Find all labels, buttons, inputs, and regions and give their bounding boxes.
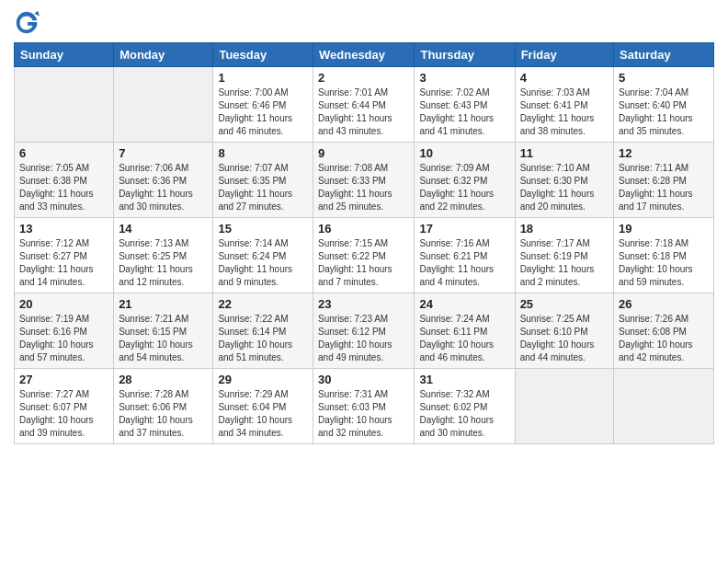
calendar-cell: 10Sunrise: 7:09 AMSunset: 6:32 PMDayligh… — [415, 143, 515, 218]
calendar-body: 1Sunrise: 7:00 AMSunset: 6:46 PMDaylight… — [15, 67, 714, 444]
header-saturday: Saturday — [614, 43, 714, 67]
day-number: 3 — [419, 71, 509, 85]
day-number: 21 — [119, 297, 208, 311]
day-number: 4 — [520, 71, 609, 85]
week-row-2: 6Sunrise: 7:05 AMSunset: 6:38 PMDaylight… — [15, 143, 714, 218]
calendar-cell: 20Sunrise: 7:19 AMSunset: 6:16 PMDayligh… — [15, 293, 114, 369]
calendar-cell: 11Sunrise: 7:10 AMSunset: 6:30 PMDayligh… — [515, 143, 613, 218]
calendar-cell — [114, 67, 213, 143]
day-info: Sunrise: 7:27 AMSunset: 6:07 PMDaylight:… — [19, 388, 108, 440]
day-number: 17 — [419, 222, 509, 236]
day-info: Sunrise: 7:08 AMSunset: 6:33 PMDaylight:… — [318, 162, 409, 213]
calendar-cell: 21Sunrise: 7:21 AMSunset: 6:15 PMDayligh… — [114, 293, 213, 369]
day-number: 25 — [520, 297, 609, 311]
day-info: Sunrise: 7:28 AMSunset: 6:06 PMDaylight:… — [119, 388, 208, 440]
calendar-table: SundayMondayTuesdayWednesdayThursdayFrid… — [14, 42, 714, 444]
week-row-4: 20Sunrise: 7:19 AMSunset: 6:16 PMDayligh… — [15, 293, 714, 369]
day-info: Sunrise: 7:09 AMSunset: 6:32 PMDaylight:… — [419, 162, 509, 213]
day-number: 7 — [119, 146, 208, 160]
day-info: Sunrise: 7:16 AMSunset: 6:21 PMDaylight:… — [419, 237, 509, 289]
calendar-cell: 22Sunrise: 7:22 AMSunset: 6:14 PMDayligh… — [213, 293, 313, 369]
day-info: Sunrise: 7:32 AMSunset: 6:02 PMDaylight:… — [419, 388, 509, 440]
calendar-cell: 1Sunrise: 7:00 AMSunset: 6:46 PMDaylight… — [213, 67, 313, 143]
day-info: Sunrise: 7:18 AMSunset: 6:18 PMDaylight:… — [619, 237, 709, 289]
day-number: 13 — [19, 222, 108, 236]
logo — [14, 9, 41, 35]
week-row-1: 1Sunrise: 7:00 AMSunset: 6:46 PMDaylight… — [15, 67, 714, 143]
calendar-cell: 3Sunrise: 7:02 AMSunset: 6:43 PMDaylight… — [415, 67, 515, 143]
day-number: 9 — [318, 146, 409, 160]
day-info: Sunrise: 7:14 AMSunset: 6:24 PMDaylight:… — [218, 237, 308, 289]
day-info: Sunrise: 7:25 AMSunset: 6:10 PMDaylight:… — [520, 313, 609, 364]
day-info: Sunrise: 7:12 AMSunset: 6:27 PMDaylight:… — [19, 237, 108, 289]
calendar-header: SundayMondayTuesdayWednesdayThursdayFrid… — [15, 43, 714, 67]
day-number: 8 — [218, 146, 308, 160]
header-thursday: Thursday — [415, 43, 515, 67]
day-number: 29 — [218, 373, 308, 386]
calendar-cell — [15, 67, 114, 143]
day-number: 26 — [619, 297, 709, 311]
header-monday: Monday — [114, 43, 213, 67]
day-number: 15 — [218, 222, 308, 236]
day-number: 31 — [419, 373, 509, 386]
day-info: Sunrise: 7:00 AMSunset: 6:46 PMDaylight:… — [218, 86, 308, 138]
day-number: 19 — [619, 222, 709, 236]
header-friday: Friday — [515, 43, 613, 67]
day-info: Sunrise: 7:19 AMSunset: 6:16 PMDaylight:… — [19, 313, 108, 364]
header-sunday: Sunday — [15, 43, 114, 67]
day-info: Sunrise: 7:06 AMSunset: 6:36 PMDaylight:… — [119, 162, 208, 213]
calendar-cell: 31Sunrise: 7:32 AMSunset: 6:02 PMDayligh… — [415, 369, 515, 444]
day-info: Sunrise: 7:07 AMSunset: 6:35 PMDaylight:… — [218, 162, 308, 213]
day-number: 27 — [19, 373, 108, 386]
calendar-cell: 9Sunrise: 7:08 AMSunset: 6:33 PMDaylight… — [313, 143, 415, 218]
day-number: 12 — [619, 146, 709, 160]
calendar-cell: 29Sunrise: 7:29 AMSunset: 6:04 PMDayligh… — [213, 369, 313, 444]
day-info: Sunrise: 7:24 AMSunset: 6:11 PMDaylight:… — [419, 313, 509, 364]
calendar-cell: 6Sunrise: 7:05 AMSunset: 6:38 PMDaylight… — [15, 143, 114, 218]
day-number: 23 — [318, 297, 409, 311]
calendar-cell: 4Sunrise: 7:03 AMSunset: 6:41 PMDaylight… — [515, 67, 613, 143]
day-number: 10 — [419, 146, 509, 160]
day-info: Sunrise: 7:11 AMSunset: 6:28 PMDaylight:… — [619, 162, 709, 213]
calendar-cell: 24Sunrise: 7:24 AMSunset: 6:11 PMDayligh… — [415, 293, 515, 369]
day-info: Sunrise: 7:03 AMSunset: 6:41 PMDaylight:… — [520, 86, 609, 138]
day-info: Sunrise: 7:23 AMSunset: 6:12 PMDaylight:… — [318, 313, 409, 364]
day-info: Sunrise: 7:29 AMSunset: 6:04 PMDaylight:… — [218, 388, 308, 440]
calendar-cell — [515, 369, 613, 444]
calendar-cell — [614, 369, 714, 444]
calendar-cell: 2Sunrise: 7:01 AMSunset: 6:44 PMDaylight… — [313, 67, 415, 143]
day-info: Sunrise: 7:22 AMSunset: 6:14 PMDaylight:… — [218, 313, 308, 364]
day-number: 30 — [318, 373, 409, 386]
day-number: 1 — [218, 71, 308, 85]
day-number: 16 — [318, 222, 409, 236]
day-info: Sunrise: 7:02 AMSunset: 6:43 PMDaylight:… — [419, 86, 509, 138]
day-info: Sunrise: 7:10 AMSunset: 6:30 PMDaylight:… — [520, 162, 609, 213]
day-number: 11 — [520, 146, 609, 160]
day-info: Sunrise: 7:31 AMSunset: 6:03 PMDaylight:… — [318, 388, 409, 440]
calendar-cell: 27Sunrise: 7:27 AMSunset: 6:07 PMDayligh… — [15, 369, 114, 444]
day-number: 18 — [520, 222, 609, 236]
day-number: 6 — [19, 146, 108, 160]
day-info: Sunrise: 7:26 AMSunset: 6:08 PMDaylight:… — [619, 313, 709, 364]
day-number: 24 — [419, 297, 509, 311]
calendar-cell: 5Sunrise: 7:04 AMSunset: 6:40 PMDaylight… — [614, 67, 714, 143]
calendar-cell: 19Sunrise: 7:18 AMSunset: 6:18 PMDayligh… — [614, 218, 714, 293]
week-row-5: 27Sunrise: 7:27 AMSunset: 6:07 PMDayligh… — [15, 369, 714, 444]
calendar-cell: 23Sunrise: 7:23 AMSunset: 6:12 PMDayligh… — [313, 293, 415, 369]
calendar-cell: 25Sunrise: 7:25 AMSunset: 6:10 PMDayligh… — [515, 293, 613, 369]
calendar-cell: 26Sunrise: 7:26 AMSunset: 6:08 PMDayligh… — [614, 293, 714, 369]
day-info: Sunrise: 7:05 AMSunset: 6:38 PMDaylight:… — [19, 162, 108, 213]
day-info: Sunrise: 7:04 AMSunset: 6:40 PMDaylight:… — [619, 86, 709, 138]
day-number: 2 — [318, 71, 409, 85]
header-tuesday: Tuesday — [213, 43, 313, 67]
day-info: Sunrise: 7:21 AMSunset: 6:15 PMDaylight:… — [119, 313, 208, 364]
day-number: 28 — [119, 373, 208, 386]
calendar-cell: 14Sunrise: 7:13 AMSunset: 6:25 PMDayligh… — [114, 218, 213, 293]
week-row-3: 13Sunrise: 7:12 AMSunset: 6:27 PMDayligh… — [15, 218, 714, 293]
day-info: Sunrise: 7:13 AMSunset: 6:25 PMDaylight:… — [119, 237, 208, 289]
header-wednesday: Wednesday — [313, 43, 415, 67]
day-number: 5 — [619, 71, 709, 85]
day-info: Sunrise: 7:15 AMSunset: 6:22 PMDaylight:… — [318, 237, 409, 289]
day-info: Sunrise: 7:01 AMSunset: 6:44 PMDaylight:… — [318, 86, 409, 138]
calendar-cell: 8Sunrise: 7:07 AMSunset: 6:35 PMDaylight… — [213, 143, 313, 218]
